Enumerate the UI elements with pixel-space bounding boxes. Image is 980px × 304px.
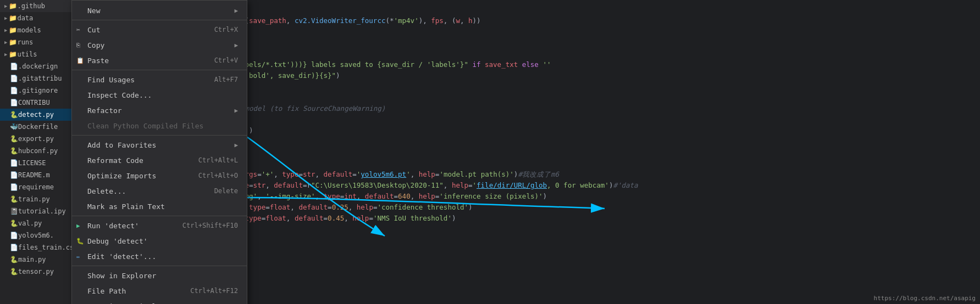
sidebar-item-license[interactable]: 📄 LICENSE [0, 157, 76, 169]
context-menu: New ▶ ✂ Cut Ctrl+X ⎘ Copy ▶ 📋 Paste Ctrl… [71, 0, 247, 304]
watermark: https://blog.csdn.net/asapig [874, 295, 976, 302]
menu-separator [72, 216, 247, 216]
sidebar-item-readme[interactable]: 📄 README.m [0, 169, 76, 181]
file-icon: 📓 [10, 207, 18, 215]
sidebar-label: files_train.csv [18, 244, 77, 251]
sidebar-item-yolov5[interactable]: 📄 yolov5m6. [0, 229, 76, 241]
menu-item-refactor[interactable]: Refactor ▶ [72, 103, 247, 118]
menu-item-open-terminal[interactable]: Open in Terminal [72, 299, 247, 304]
menu-item-cut[interactable]: ✂ Cut Ctrl+X [72, 22, 247, 37]
py-icon: 🐍 [10, 147, 18, 155]
menu-item-delete[interactable]: Delete... Delete [72, 183, 247, 199]
sidebar-item-gitattributes[interactable]: 📄 .gitattribu [0, 72, 76, 85]
sidebar-label: val.py [18, 219, 42, 227]
menu-item-label: Show in Explorer [87, 272, 156, 280]
copy-icon: ⎘ [76, 42, 80, 49]
sidebar-item-tensor[interactable]: 🐍 tensor.py [0, 266, 76, 278]
folder-arrow: ▶ [4, 52, 7, 57]
folder-icon: 📁 [9, 26, 17, 34]
sidebar-item-detect[interactable]: 🐍 detect.py [0, 109, 76, 121]
sidebar-label: Dockerfile [18, 123, 58, 131]
folder-icon: 📁 [9, 14, 17, 22]
debug-icon: 🐛 [76, 238, 84, 245]
sidebar-item-gitignore[interactable]: 📄 .gitignore [0, 85, 76, 97]
menu-separator [72, 70, 247, 70]
menu-item-file-path[interactable]: File Path Ctrl+Alt+F12 [72, 283, 247, 299]
menu-item-add-favorites[interactable]: Add to Favorites ▶ [72, 137, 247, 153]
cut-icon: ✂ [76, 26, 80, 33]
menu-item-show-explorer[interactable]: Show in Explorer [72, 268, 247, 283]
run-shortcut: Ctrl+Shift+F10 [171, 222, 238, 229]
sidebar-item-contrib[interactable]: 📄 CONTRIBU [0, 97, 76, 109]
sidebar-item-tutorial[interactable]: 📓 tutorial.ipy [0, 205, 76, 217]
menu-item-debug-detect[interactable]: 🐛 Debug 'detect' [72, 233, 247, 249]
menu-item-reformat[interactable]: Reformat Code Ctrl+Alt+L [72, 153, 247, 168]
sidebar-item-val[interactable]: 🐍 val.py [0, 217, 76, 229]
sidebar-label: README.m [18, 171, 50, 179]
menu-item-label: Mark as Plain Text [87, 202, 165, 211]
sidebar-label: detect.py [18, 111, 54, 119]
folder-arrow: ▶ [4, 27, 7, 33]
filepath-shortcut: Ctrl+Alt+F12 [179, 287, 238, 295]
sidebar-item-github[interactable]: ▶ 📁 .github [0, 0, 76, 12]
sidebar-item-dockerfile[interactable]: 🐳 Dockerfile [0, 121, 76, 133]
sidebar-label: tensor.py [18, 268, 54, 275]
menu-item-label: Cut [87, 26, 100, 34]
menu-item-label: Paste [87, 57, 109, 65]
menu-item-label: Debug 'detect' [87, 237, 148, 245]
file-icon: 📄 [10, 244, 18, 251]
sidebar-label: train.py [18, 195, 50, 203]
reformat-shortcut: Ctrl+Alt+L [187, 156, 238, 164]
menu-item-paste[interactable]: 📋 Paste Ctrl+V [72, 53, 247, 68]
py-icon: 🐍 [10, 195, 18, 203]
menu-item-label: Find Usages [87, 76, 135, 84]
sidebar-item-runs[interactable]: ▶ 📁 runs [0, 36, 76, 48]
menu-separator [72, 135, 247, 136]
folder-icon: 📁 [9, 38, 17, 46]
sidebar-label: requireme [18, 183, 54, 191]
py-icon: 🐍 [10, 256, 18, 263]
folder-arrow: ▶ [4, 3, 7, 9]
sidebar-label: .gitattribu [18, 75, 62, 82]
menu-item-edit-detect[interactable]: ✏ Edit 'detect'... [72, 249, 247, 264]
sidebar-item-train[interactable]: 🐍 train.py [0, 193, 76, 205]
sidebar-item-requirements[interactable]: 📄 requireme [0, 181, 76, 193]
menu-item-label: New [87, 7, 100, 15]
delete-shortcut: Delete [203, 187, 238, 195]
file-icon: 📄 [10, 183, 18, 191]
sidebar-label: export.py [18, 135, 54, 143]
menu-item-inspect-code[interactable]: Inspect Code... [72, 87, 247, 103]
sidebar-label: tutorial.ipy [18, 207, 66, 215]
menu-item-optimize-imports[interactable]: Optimize Imports Ctrl+Alt+O [72, 168, 247, 183]
sidebar-item-data[interactable]: ▶ 📁 data [0, 12, 76, 24]
submenu-arrow: ▶ [234, 7, 238, 14]
file-icon: 📄 [10, 87, 18, 94]
menu-item-label: Edit 'detect'... [87, 252, 156, 261]
menu-item-find-usages[interactable]: Find Usages Alt+F7 [72, 72, 247, 87]
sidebar-item-export[interactable]: 🐍 export.py [0, 133, 76, 145]
folder-arrow: ▶ [4, 15, 7, 21]
folder-icon: 📁 [9, 50, 17, 58]
menu-item-label: File Path [87, 287, 126, 295]
menu-separator [72, 266, 247, 266]
folder-arrow: ▶ [4, 40, 7, 45]
menu-item-label: Refactor [87, 106, 122, 115]
sidebar-label: hubconf.py [18, 147, 58, 155]
menu-item-label: Run 'detect' [87, 222, 139, 230]
file-icon: 📄 [10, 63, 18, 70]
menu-item-label: Delete... [87, 187, 126, 195]
sidebar-label: utils [17, 50, 37, 58]
sidebar-label: .gitignore [18, 87, 58, 94]
sidebar-item-dockerignore[interactable]: 📄 .dockerign [0, 60, 76, 72]
menu-item-run-detect[interactable]: ▶ Run 'detect' Ctrl+Shift+F10 [72, 218, 247, 233]
menu-item-copy[interactable]: ⎘ Copy ▶ [72, 37, 247, 53]
menu-item-mark-plain-text[interactable]: Mark as Plain Text [72, 199, 247, 214]
sidebar-item-files-train[interactable]: 📄 files_train.csv [0, 241, 76, 254]
menu-item-new[interactable]: New ▶ [72, 3, 247, 18]
sidebar-item-models[interactable]: ▶ 📁 models [0, 24, 76, 36]
find-shortcut: Alt+F7 [203, 76, 238, 83]
menu-item-label: Open in Terminal [87, 302, 156, 305]
sidebar-item-utils[interactable]: ▶ 📁 utils [0, 48, 76, 60]
sidebar-item-hubconf[interactable]: 🐍 hubconf.py [0, 145, 76, 157]
sidebar-item-main[interactable]: 🐍 main.py [0, 254, 76, 266]
